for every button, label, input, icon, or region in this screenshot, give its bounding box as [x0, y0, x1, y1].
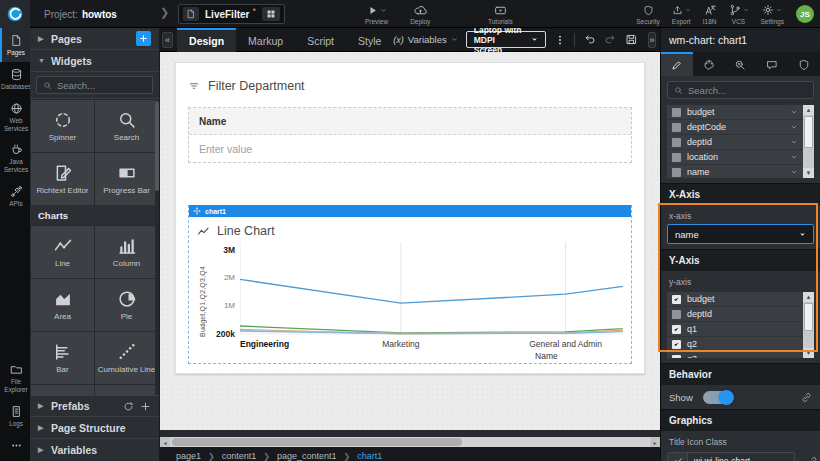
title-icon-class-input[interactable]: wi wi-line-chart — [667, 452, 795, 461]
option-row-budget[interactable]: budget — [667, 292, 803, 307]
show-toggle[interactable] — [703, 391, 733, 404]
collapse-right-panel-button[interactable]: » — [648, 32, 656, 48]
rail-item-apis[interactable]: APIs — [0, 179, 30, 213]
chevron-down-icon[interactable] — [790, 123, 798, 131]
y-axis-list-scrollbar[interactable]: ▲ ▼ — [803, 292, 814, 358]
option-row-q3[interactable]: q3 — [667, 352, 803, 358]
prefabs-refresh-icon[interactable] — [123, 401, 134, 412]
unchecked-checkbox[interactable] — [672, 123, 681, 132]
widget-tile-area[interactable]: Area — [31, 279, 94, 331]
security-button[interactable]: Security — [636, 4, 659, 25]
prefabs-add-icon[interactable] — [140, 401, 151, 412]
scroll-down-arrow-icon[interactable]: ▼ — [803, 168, 814, 178]
unchecked-checkbox[interactable] — [672, 153, 681, 162]
chevron-down-icon[interactable] — [790, 138, 798, 146]
preview-button[interactable]: Preview — [365, 4, 388, 25]
widget-tile-bubble-chart-icon[interactable] — [95, 385, 158, 395]
chevron-down-icon[interactable] — [790, 108, 798, 116]
widget-list-scroll-area[interactable]: SpinnerSearchRichtext EditorProgress Bar… — [30, 99, 159, 395]
widget-tile-cumulative-line[interactable]: Cumulative Line — [95, 332, 158, 384]
redo-button[interactable] — [604, 33, 617, 46]
widget-list-scrollbar[interactable] — [155, 99, 159, 395]
canvas-horizontal-scrollbar[interactable]: ◂ ▸ — [160, 437, 660, 447]
widget-tile-search[interactable]: Search — [95, 100, 158, 152]
more-options-kebab-icon[interactable] — [554, 34, 566, 46]
undo-button[interactable] — [583, 33, 596, 46]
widget-tile-progress-bar[interactable]: Progress Bar — [95, 153, 158, 205]
option-row-budget[interactable]: budget — [667, 105, 803, 120]
widget-tile-richtext-editor[interactable]: Richtext Editor — [31, 153, 94, 205]
breadcrumb-item-page1[interactable]: page1 — [176, 451, 201, 461]
widgets-section-header[interactable]: ▼ Widgets — [30, 50, 159, 72]
checked-checkbox[interactable] — [672, 340, 681, 349]
prefabs-section-header[interactable]: ▶ Prefabs — [30, 395, 159, 417]
properties-tab-properties-pencil-icon[interactable] — [661, 52, 693, 76]
rail-item-java-services[interactable]: Java Services — [0, 137, 30, 179]
bind-property-icon[interactable] — [807, 456, 818, 461]
settings-button[interactable]: Settings — [761, 4, 785, 25]
scroll-right-arrow-icon[interactable]: ▸ — [650, 437, 660, 447]
deploy-button[interactable]: Deploy — [410, 4, 430, 25]
add-page-button[interactable] — [136, 31, 151, 46]
rail-item-databases[interactable]: Databases — [0, 62, 30, 96]
page-layout-grid-icon[interactable] — [262, 7, 280, 21]
rail-item-web-services[interactable]: Web Services — [0, 96, 30, 138]
properties-tab-inspect-icon[interactable] — [725, 52, 757, 76]
variables-section-header[interactable]: ▶ Variables — [30, 439, 159, 461]
page-structure-section-header[interactable]: ▶ Page Structure — [30, 417, 159, 439]
properties-tab-comments-icon[interactable] — [756, 52, 788, 76]
rail-item-logs[interactable]: Logs — [0, 399, 30, 433]
open-page-tab[interactable]: LiveFilter * — [178, 4, 285, 24]
option-row-name[interactable]: name — [667, 165, 803, 178]
option-row-location[interactable]: location — [667, 150, 803, 165]
breadcrumb-item-chart1[interactable]: chart1 — [357, 451, 382, 461]
chevron-down-icon[interactable] — [790, 153, 798, 161]
widget-search-input[interactable]: Search... — [36, 76, 153, 94]
device-selector[interactable]: Laptop with MDPI Screen — [466, 31, 547, 48]
name-field-input[interactable] — [199, 143, 621, 155]
chart-widget[interactable]: chart1 Line Chart Budget,Q1,Q2,Q3,Q4 3M2… — [188, 205, 632, 364]
canvas-tab-style[interactable]: Style — [346, 28, 393, 52]
scroll-left-arrow-icon[interactable]: ◂ — [160, 437, 170, 447]
pages-section-header[interactable]: ▶ Pages — [30, 28, 159, 50]
rail-item-more[interactable] — [0, 433, 30, 457]
option-row-q1[interactable]: q1 — [667, 322, 803, 337]
properties-tab-styles-palette-icon[interactable] — [693, 52, 725, 76]
breadcrumb-item-page-content1[interactable]: page_content1 — [277, 451, 337, 461]
export-button[interactable]: Export — [672, 4, 691, 25]
chevron-down-icon[interactable] — [790, 168, 798, 176]
breadcrumb-item-content1[interactable]: content1 — [222, 451, 257, 461]
vcs-button[interactable]: VCS — [729, 4, 749, 25]
unchecked-checkbox[interactable] — [672, 168, 681, 177]
unchecked-checkbox[interactable] — [672, 108, 681, 117]
collapse-left-panel-button[interactable]: « — [162, 32, 173, 48]
tutorials-button[interactable]: Tutorials — [488, 4, 513, 25]
design-canvas[interactable]: Filter Department Name chart1 — [160, 52, 660, 430]
unchecked-checkbox[interactable] — [672, 138, 681, 147]
canvas-tab-design[interactable]: Design — [177, 28, 236, 52]
widget-tile-column[interactable]: Column — [95, 226, 158, 278]
option-row-q2[interactable]: q2 — [667, 337, 803, 352]
checked-checkbox[interactable] — [672, 355, 681, 359]
variables-button[interactable]: (x) Variables — [393, 34, 457, 45]
scroll-down-arrow-icon[interactable]: ▼ — [803, 348, 814, 358]
line-chart[interactable]: Line Chart Budget,Q1,Q2,Q3,Q4 3M2M1M200k… — [189, 217, 631, 363]
scroll-up-arrow-icon[interactable]: ▲ — [803, 105, 814, 115]
bind-property-icon[interactable] — [801, 392, 812, 403]
widget-tile-gauge-chart-icon[interactable] — [31, 385, 94, 395]
checked-checkbox[interactable] — [672, 325, 681, 334]
scroll-up-arrow-icon[interactable]: ▲ — [803, 292, 814, 302]
option-row-deptid[interactable]: deptId — [667, 307, 803, 322]
canvas-tab-script[interactable]: Script — [295, 28, 346, 52]
wavemaker-logo[interactable] — [0, 0, 30, 28]
fields-list-scrollbar[interactable]: ▲ ▼ — [803, 105, 814, 178]
option-row-deptcode[interactable]: deptCode — [667, 120, 803, 135]
canvas-tab-markup[interactable]: Markup — [236, 28, 295, 52]
move-handle-icon[interactable] — [193, 207, 201, 215]
properties-tab-security-shield-icon[interactable] — [788, 52, 820, 76]
checked-checkbox[interactable] — [672, 295, 681, 304]
widget-tile-bar[interactable]: Bar — [31, 332, 94, 384]
unchecked-checkbox[interactable] — [672, 310, 681, 319]
widget-tile-line[interactable]: Line — [31, 226, 94, 278]
rail-item-pages[interactable]: Pages — [0, 28, 30, 62]
